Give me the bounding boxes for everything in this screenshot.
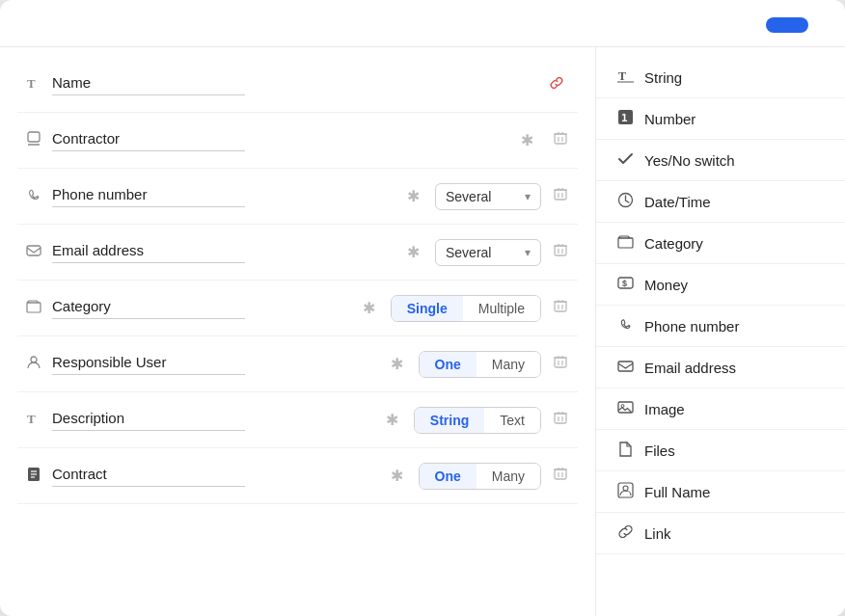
svg-rect-58 [618,238,633,248]
number-type-label: Number [644,111,826,127]
modal: TNameContractor✱Phone number✱Several▾Ema… [0,0,845,616]
phone-number-delete-button[interactable] [549,184,572,208]
category-actions: SingleMultiple [391,295,572,322]
responsible-user-toggle-one[interactable]: One [420,352,477,377]
contractor-underline [52,150,245,151]
field-row-responsible-user: Responsible User✱OneMany [17,336,578,392]
phone-number-dropdown[interactable]: Several▾ [435,183,541,210]
type-item-string[interactable]: TString [596,57,845,98]
category-type-label: Category [644,235,826,252]
category-icon [23,298,44,318]
category-delete-button[interactable] [549,296,572,320]
svg-point-63 [621,405,624,408]
phone-number-underline [52,206,245,207]
phone-type-label: Phone number [644,318,826,335]
description-label: Description [52,410,370,426]
link-type-icon [615,523,635,543]
description-underline [52,430,245,431]
svg-text:T: T [618,69,626,83]
phone-number-icon [23,186,44,206]
description-required-star: ✱ [386,411,398,429]
datetime-type-label: Date/Time [644,194,826,210]
svg-rect-47 [555,469,566,479]
phone-number-actions: Several▾ [435,183,572,210]
field-row-contract: Contract✱OneMany [17,448,578,504]
phone-number-label: Phone number [52,186,392,202]
svg-rect-9 [555,190,566,200]
contract-label: Contract [52,466,375,482]
type-item-yes-no[interactable]: Yes/No switch [596,140,845,181]
type-item-email[interactable]: Email address [596,347,845,388]
contractor-required-star: ✱ [521,131,533,149]
save-button[interactable] [766,17,808,33]
email-address-required-star: ✱ [407,243,420,261]
svg-rect-22 [27,303,41,312]
category-toggle-multiple[interactable]: Multiple [463,296,540,321]
svg-rect-61 [618,362,633,371]
image-type-icon [615,399,635,418]
svg-text:T: T [27,76,36,91]
contract-delete-button[interactable] [549,464,572,488]
responsible-user-toggle-many[interactable]: Many [477,352,540,377]
contractor-label: Contractor [52,130,505,147]
files-type-icon [615,441,635,460]
responsible-user-icon [23,354,44,374]
email-address-dropdown[interactable]: Several▾ [435,239,541,266]
field-row-email-address: Email address✱Several▾ [17,225,578,281]
category-toggle-group: SingleMultiple [391,295,541,322]
contract-toggle-many[interactable]: Many [477,464,540,489]
svg-rect-3 [555,134,566,144]
type-item-fullname[interactable]: Full Name [596,471,845,513]
responsible-user-required-star: ✱ [391,355,403,373]
modal-header [0,0,845,47]
svg-text:1: 1 [621,112,628,124]
contract-toggle-one[interactable]: One [420,464,477,489]
description-delete-button[interactable] [549,408,572,432]
name-underline [52,94,245,95]
field-row-category: Category✱SingleMultiple [17,281,578,336]
type-item-number[interactable]: 1Number [596,98,845,140]
modal-body: TNameContractor✱Phone number✱Several▾Ema… [0,47,845,616]
svg-rect-15 [27,246,41,255]
responsible-user-delete-button[interactable] [549,352,572,376]
svg-rect-23 [555,302,566,311]
email-address-delete-button[interactable] [549,240,572,264]
svg-rect-30 [555,358,566,367]
type-item-image[interactable]: Image [596,388,845,430]
fullname-type-icon [615,482,635,501]
type-item-phone[interactable]: Phone number [596,306,845,347]
svg-text:T: T [27,412,36,426]
email-address-actions: Several▾ [435,239,572,266]
type-item-money[interactable]: $Money [596,264,845,306]
datetime-type-icon [615,192,635,211]
contractor-delete-button[interactable] [549,128,572,152]
responsible-user-underline [52,374,245,375]
right-panel: TString1NumberYes/No switchDate/TimeCate… [596,47,845,616]
number-type-icon: 1 [615,109,635,128]
yes-no-type-label: Yes/No switch [644,152,826,169]
yes-no-type-icon [615,150,635,170]
phone-type-icon [615,316,635,335]
phone-number-required-star: ✱ [407,187,420,205]
type-item-category[interactable]: Category [596,223,845,264]
header-actions [752,17,822,33]
email-type-label: Email address [644,360,826,376]
description-toggle-string[interactable]: String [415,408,484,433]
link-icon[interactable] [549,75,564,94]
svg-rect-16 [555,246,566,255]
type-item-datetime[interactable]: Date/Time [596,181,845,223]
contractor-icon [23,130,44,150]
type-item-link[interactable]: Link [596,513,845,554]
svg-rect-1 [28,132,40,142]
description-toggle-text[interactable]: Text [484,408,540,433]
name-label: Name [52,74,533,91]
category-underline [52,318,245,319]
type-item-files[interactable]: Files [596,430,845,471]
files-type-label: Files [644,442,826,459]
email-address-label: Email address [52,242,392,258]
fullname-type-label: Full Name [644,484,826,500]
description-icon: T [23,410,44,430]
category-toggle-single[interactable]: Single [392,296,463,321]
contract-required-star: ✱ [391,467,403,485]
email-address-underline [52,262,245,263]
